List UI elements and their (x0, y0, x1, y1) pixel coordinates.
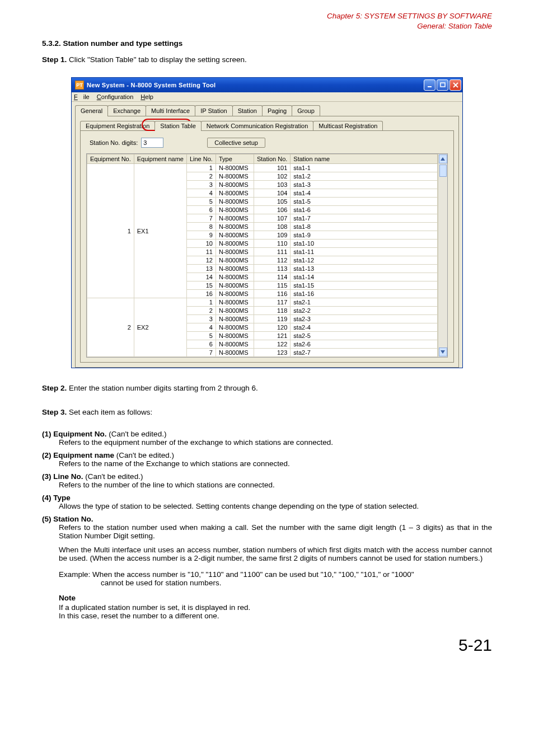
table-row[interactable]: 1EX11N-8000MS101sta1-1 (87, 164, 438, 172)
close-button[interactable] (449, 79, 461, 91)
cell-type[interactable]: N-8000MS (216, 307, 254, 315)
cell-station-name[interactable]: sta2-7 (291, 349, 438, 357)
cell-station-no[interactable]: 108 (254, 223, 290, 231)
cell-station-no[interactable]: 101 (254, 164, 290, 172)
menu-file[interactable]: File (74, 93, 90, 100)
cell-station-no[interactable]: 123 (254, 349, 290, 357)
tab-exchange[interactable]: Exchange (107, 105, 146, 116)
col-station-name[interactable]: Station name (291, 154, 438, 164)
cell-station-name[interactable]: sta1-3 (291, 181, 438, 189)
cell-station-name[interactable]: sta2-3 (291, 315, 438, 323)
cell-station-no[interactable]: 105 (254, 198, 290, 206)
cell-station-no[interactable]: 116 (254, 290, 290, 298)
col-station-no[interactable]: Station No. (254, 154, 290, 164)
cell-station-no[interactable]: 118 (254, 307, 290, 315)
tab-station[interactable]: Station (232, 105, 263, 116)
tab-multi-interface[interactable]: Multi Interface (146, 105, 195, 116)
tab-ip-station[interactable]: IP Station (195, 105, 233, 116)
cell-station-name[interactable]: sta1-8 (291, 223, 438, 231)
cell-station-no[interactable]: 110 (254, 240, 290, 248)
cell-type[interactable]: N-8000MS (216, 248, 254, 256)
cell-type[interactable]: N-8000MS (216, 298, 254, 307)
cell-station-name[interactable]: sta1-16 (291, 290, 438, 298)
station-digits-input[interactable] (141, 138, 163, 148)
cell-station-name[interactable]: sta1-5 (291, 198, 438, 206)
collective-setup-button[interactable]: Collective setup (207, 138, 265, 148)
menu-configuration[interactable]: Configuration (97, 93, 133, 100)
cell-station-name[interactable]: sta1-14 (291, 273, 438, 281)
scroll-thumb[interactable] (439, 165, 447, 177)
cell-station-name[interactable]: sta2-6 (291, 340, 438, 349)
cell-station-no[interactable]: 117 (254, 298, 290, 307)
tab-group[interactable]: Group (292, 105, 320, 116)
maximize-button[interactable] (437, 79, 448, 91)
cell-type[interactable]: N-8000MS (216, 349, 254, 357)
cell-station-no[interactable]: 114 (254, 273, 290, 281)
subtab-equipment-registration[interactable]: Equipment Registration (80, 121, 155, 130)
cell-station-name[interactable]: sta2-1 (291, 298, 438, 307)
cell-type[interactable]: N-8000MS (216, 256, 254, 265)
subtab-multicast-registration[interactable]: Multicast Registration (313, 121, 383, 130)
cell-station-no[interactable]: 121 (254, 332, 290, 340)
cell-station-no[interactable]: 107 (254, 214, 290, 223)
subtab-network-comm-registration[interactable]: Network Communication Registration (201, 121, 314, 130)
col-type[interactable]: Type (216, 154, 254, 164)
cell-station-name[interactable]: sta1-9 (291, 231, 438, 240)
cell-station-name[interactable]: sta1-2 (291, 172, 438, 181)
col-line-no[interactable]: Line No. (186, 154, 216, 164)
cell-station-name[interactable]: sta1-11 (291, 248, 438, 256)
subtab-station-table[interactable]: Station Table (154, 121, 201, 130)
table-row[interactable]: 2EX21N-8000MS117sta2-1 (87, 298, 438, 307)
cell-station-no[interactable]: 102 (254, 172, 290, 181)
cell-type[interactable]: N-8000MS (216, 223, 254, 231)
cell-type[interactable]: N-8000MS (216, 340, 254, 349)
cell-station-name[interactable]: sta1-6 (291, 206, 438, 214)
scroll-up-icon[interactable] (439, 154, 447, 163)
cell-type[interactable]: N-8000MS (216, 281, 254, 290)
scroll-down-icon[interactable] (439, 348, 447, 356)
cell-station-name[interactable]: sta1-1 (291, 164, 438, 172)
cell-type[interactable]: N-8000MS (216, 332, 254, 340)
cell-type[interactable]: N-8000MS (216, 206, 254, 214)
cell-type[interactable]: N-8000MS (216, 231, 254, 240)
minimize-button[interactable] (424, 79, 435, 91)
cell-station-name[interactable]: sta1-4 (291, 189, 438, 198)
cell-station-no[interactable]: 111 (254, 248, 290, 256)
cell-type[interactable]: N-8000MS (216, 181, 254, 189)
cell-type[interactable]: N-8000MS (216, 240, 254, 248)
cell-station-no[interactable]: 122 (254, 340, 290, 349)
cell-type[interactable]: N-8000MS (216, 290, 254, 298)
cell-station-no[interactable]: 113 (254, 265, 290, 273)
cell-type[interactable]: N-8000MS (216, 273, 254, 281)
cell-station-no[interactable]: 120 (254, 323, 290, 332)
cell-type[interactable]: N-8000MS (216, 214, 254, 223)
cell-type[interactable]: N-8000MS (216, 172, 254, 181)
cell-station-name[interactable]: sta1-12 (291, 256, 438, 265)
cell-type[interactable]: N-8000MS (216, 189, 254, 198)
cell-station-no[interactable]: 112 (254, 256, 290, 265)
cell-station-name[interactable]: sta2-4 (291, 323, 438, 332)
cell-type[interactable]: N-8000MS (216, 323, 254, 332)
menu-help[interactable]: Help (140, 93, 153, 100)
cell-type[interactable]: N-8000MS (216, 315, 254, 323)
cell-type[interactable]: N-8000MS (216, 265, 254, 273)
cell-station-no[interactable]: 109 (254, 231, 290, 240)
cell-station-no[interactable]: 115 (254, 281, 290, 290)
tab-paging[interactable]: Paging (262, 105, 292, 116)
tab-general[interactable]: General (75, 105, 108, 116)
cell-station-name[interactable]: sta1-15 (291, 281, 438, 290)
cell-station-name[interactable]: sta1-13 (291, 265, 438, 273)
cell-station-name[interactable]: sta2-5 (291, 332, 438, 340)
col-equipment-name[interactable]: Equipment name (134, 154, 186, 164)
cell-station-no[interactable]: 119 (254, 315, 290, 323)
station-grid[interactable]: Equipment No. Equipment name Line No. Ty… (87, 154, 438, 357)
cell-type[interactable]: N-8000MS (216, 198, 254, 206)
cell-type[interactable]: N-8000MS (216, 164, 254, 172)
cell-station-no[interactable]: 103 (254, 181, 290, 189)
cell-station-name[interactable]: sta1-7 (291, 214, 438, 223)
cell-station-name[interactable]: sta2-2 (291, 307, 438, 315)
col-equipment-no[interactable]: Equipment No. (87, 154, 134, 164)
cell-station-no[interactable]: 104 (254, 189, 290, 198)
cell-station-no[interactable]: 106 (254, 206, 290, 214)
vertical-scrollbar[interactable] (438, 154, 447, 357)
